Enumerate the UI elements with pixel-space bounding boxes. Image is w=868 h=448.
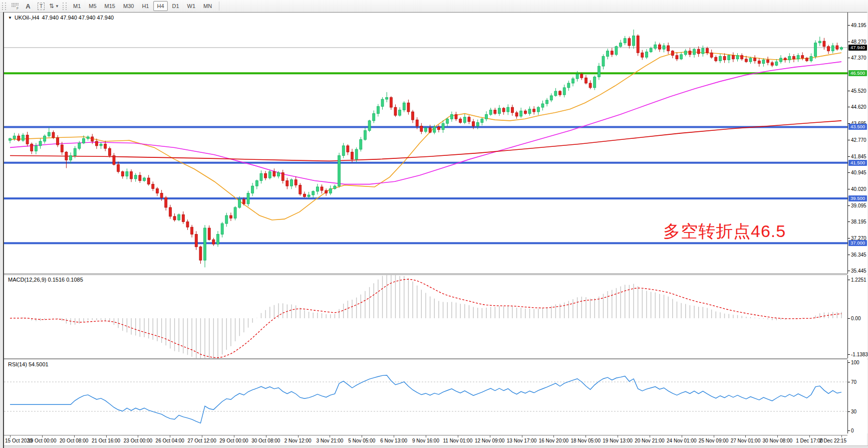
toolbar-separator bbox=[219, 2, 219, 11]
toolbar: F A T ⇅ ▼ M1M5M15M30H1H4D1W1MN bbox=[0, 0, 868, 13]
time-tick bbox=[74, 435, 75, 437]
time-label: 27 Nov 01:00 bbox=[731, 438, 761, 443]
macd-tick: 1.2251 bbox=[851, 277, 866, 283]
price-tick: 40.020 bbox=[851, 186, 866, 192]
time-tick bbox=[522, 435, 522, 437]
dotted-grid-icon: F bbox=[11, 3, 20, 10]
time-label: 13 Nov 17:00 bbox=[507, 438, 537, 443]
price-tick: 49.195 bbox=[851, 23, 866, 28]
price-badge-37.000: 37.000 bbox=[848, 240, 867, 246]
time-tick bbox=[714, 435, 714, 437]
price-tick: 39.095 bbox=[851, 203, 866, 208]
time-tick bbox=[553, 435, 554, 437]
mt4-window: { "toolbar": { "tools": [ {"id": "templa… bbox=[0, 0, 868, 448]
time-tick bbox=[841, 435, 842, 437]
timeframe-button-m30[interactable]: M30 bbox=[120, 1, 137, 11]
chevron-down-icon[interactable]: ▼ bbox=[55, 4, 59, 9]
time-tick bbox=[234, 435, 234, 437]
rsi-tick: 100 bbox=[851, 360, 859, 365]
time-axis[interactable]: 15 Oct 202019 Oct 00:0020 Oct 08:0021 Oc… bbox=[4, 435, 847, 445]
arrows-tool-button[interactable]: ⇅ ▼ bbox=[48, 1, 60, 12]
macd-tick: 0.00 bbox=[851, 316, 860, 321]
rsi-canvas[interactable] bbox=[4, 360, 847, 433]
price-badge-47.940: 47.940 bbox=[848, 45, 867, 51]
time-label: 30 Oct 08:00 bbox=[251, 438, 280, 443]
time-label: 2 Nov 12:00 bbox=[284, 438, 312, 443]
timeframe-button-m1[interactable]: M1 bbox=[70, 1, 84, 11]
toolbar-grip[interactable] bbox=[2, 3, 6, 10]
time-label: 12 Nov 09:00 bbox=[475, 438, 505, 443]
rsi-tick: 0 bbox=[851, 428, 854, 433]
time-label: 23 Oct 00:00 bbox=[124, 438, 152, 443]
time-tick bbox=[618, 435, 618, 437]
time-label: 19 Nov 13:00 bbox=[603, 438, 633, 443]
time-tick bbox=[330, 435, 330, 437]
price-badge-41.500: 41.500 bbox=[848, 160, 867, 166]
time-label: 21 Oct 16:00 bbox=[92, 438, 120, 443]
time-tick bbox=[682, 435, 682, 437]
price-badge-39.500: 39.500 bbox=[848, 195, 867, 201]
rsi-axis[interactable]: 10070300 bbox=[847, 360, 867, 433]
macd-axis[interactable]: 1.22510.00-1.1383 bbox=[847, 275, 867, 358]
price-tick: 36.345 bbox=[851, 252, 866, 258]
time-tick bbox=[138, 435, 138, 437]
time-tick bbox=[266, 435, 266, 437]
time-label: 27 Oct 12:00 bbox=[187, 438, 216, 443]
time-label: 16 Nov 20:00 bbox=[539, 438, 569, 443]
price-tick: 44.620 bbox=[851, 104, 866, 110]
time-tick bbox=[42, 435, 43, 437]
timeframe-button-d1[interactable]: D1 bbox=[169, 1, 183, 11]
time-label: 1 Dec 17:00 bbox=[796, 438, 823, 443]
time-label: 3 Nov 21:00 bbox=[316, 438, 343, 443]
arrows-icon: ⇅ bbox=[49, 3, 54, 10]
price-tick: 38.195 bbox=[851, 219, 866, 225]
price-tick: 42.770 bbox=[851, 137, 866, 143]
rsi-pane[interactable]: RSI(14) 54.5001 bbox=[4, 360, 847, 433]
macd-canvas[interactable] bbox=[4, 275, 847, 358]
time-tick bbox=[809, 435, 810, 437]
time-tick bbox=[394, 435, 394, 437]
timeframe-button-w1[interactable]: W1 bbox=[184, 1, 199, 11]
time-label: 9 Nov 16:00 bbox=[412, 438, 439, 443]
window-bottom-edge bbox=[4, 445, 868, 448]
time-label: 11 Nov 01:00 bbox=[443, 438, 472, 443]
timeframe-group: M1M5M15M30H1H4D1W1MN bbox=[69, 1, 216, 11]
price-badge-46.500: 46.500 bbox=[848, 70, 867, 76]
timeframe-button-h1[interactable]: H1 bbox=[138, 1, 152, 11]
templates-tool-icon[interactable]: F bbox=[9, 1, 21, 12]
timeframe-button-h4[interactable]: H4 bbox=[153, 1, 167, 11]
macd-label: MACD(12,26,9) 0.1516 0.1085 bbox=[8, 277, 83, 283]
templates-f-glyph: F bbox=[17, 7, 19, 10]
toolbar-grip-2[interactable] bbox=[63, 3, 67, 10]
price-tick: 40.945 bbox=[851, 170, 866, 175]
time-tick bbox=[202, 435, 202, 437]
font-tool-button[interactable]: A bbox=[22, 1, 34, 12]
price-tick: 35.445 bbox=[851, 268, 866, 274]
macd-pane[interactable]: MACD(12,26,9) 0.1516 0.1085 bbox=[4, 275, 847, 358]
price-axis[interactable]: 49.19548.27047.37045.52044.62043.69542.7… bbox=[847, 13, 867, 274]
timeframe-button-m15[interactable]: M15 bbox=[101, 1, 119, 11]
time-tick bbox=[650, 435, 650, 437]
time-tick bbox=[170, 435, 170, 437]
price-tick: 47.370 bbox=[851, 55, 866, 61]
time-tick bbox=[298, 435, 299, 437]
time-label: 5 Nov 05:00 bbox=[348, 438, 375, 443]
symbol-dropdown-icon[interactable]: ▼ bbox=[8, 16, 12, 20]
time-tick bbox=[777, 435, 778, 437]
symbol-quotes: 47.940 47.940 47.940 47.940 bbox=[42, 15, 114, 21]
symbol-title: UKOil-,H4 bbox=[15, 15, 40, 21]
time-tick bbox=[426, 435, 426, 437]
rsi-label: RSI(14) 54.5001 bbox=[8, 361, 49, 367]
annotation-text: 多空转折点46.5 bbox=[663, 220, 786, 243]
price-tick: 45.520 bbox=[851, 88, 866, 94]
main-chart-pane[interactable]: ▼ UKOil-,H4 47.940 47.940 47.940 47.940 … bbox=[4, 13, 847, 274]
time-label: 25 Nov 09:00 bbox=[699, 438, 729, 443]
text-label-tool-button[interactable]: T bbox=[35, 1, 47, 12]
timeframe-button-mn[interactable]: MN bbox=[200, 1, 215, 11]
time-tick bbox=[362, 435, 362, 437]
timeframe-button-m5[interactable]: M5 bbox=[85, 1, 100, 11]
price-tick: 41.845 bbox=[851, 154, 866, 159]
time-tick bbox=[458, 435, 458, 437]
time-label: 20 Oct 08:00 bbox=[60, 438, 88, 443]
time-tick bbox=[490, 435, 490, 437]
